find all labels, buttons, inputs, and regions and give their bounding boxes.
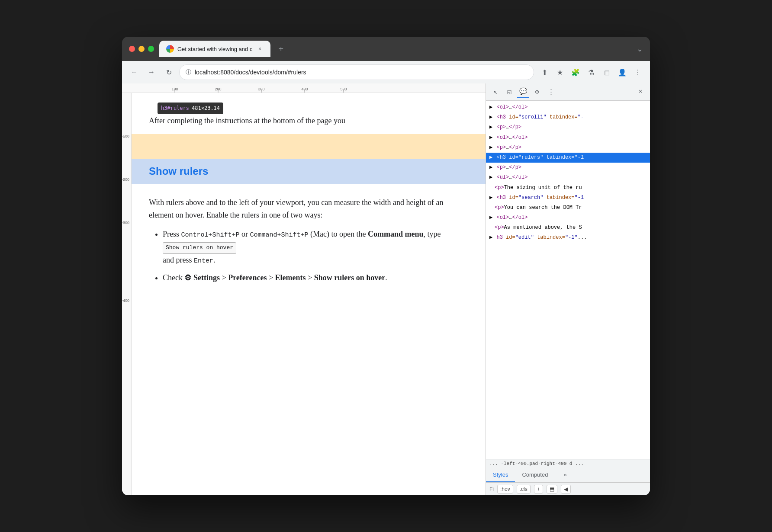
- dom-line-p-search[interactable]: <p>You can search the DOM Tr: [486, 203, 650, 213]
- devtools-settings-icon[interactable]: ⚙: [531, 86, 543, 98]
- devtools-panel: ↖ ◱ 💬 ⚙ ⋮ × ▶ <ol>…</ol> ▶ <h3 id="scrol…: [486, 83, 650, 495]
- tab-computed[interactable]: Computed: [515, 468, 555, 482]
- tab-styles[interactable]: Styles: [486, 468, 515, 482]
- bullet-list: Press Control+Shift+P or Command+Shift+P…: [149, 228, 468, 284]
- blue-highlight: Show rulers: [132, 159, 486, 184]
- dom-line-p-sizing[interactable]: <p>The sizing unit of the ru: [486, 183, 650, 193]
- labs-icon[interactable]: ⚗: [584, 65, 598, 79]
- dom-line-p-above[interactable]: <p>As mentioned above, the S: [486, 223, 650, 233]
- bullet1-enter: Enter: [194, 257, 213, 265]
- active-tab[interactable]: Get started with viewing and c ×: [159, 41, 270, 57]
- dom-line-ol2[interactable]: ▶ <ol>…</ol>: [486, 133, 650, 143]
- vertical-ruler: 100 200 300 400: [122, 93, 132, 495]
- filter-text: Fi: [489, 486, 494, 492]
- bullet1-kbd1: Control+Shift+P: [181, 231, 240, 239]
- dom-line-ul1[interactable]: ▶ <ul>…</ul>: [486, 173, 650, 183]
- browser-window: Get started with viewing and c × + ⌄ ← →…: [122, 37, 650, 495]
- extensions-icon[interactable]: 🧩: [569, 65, 582, 79]
- bullet2-post: >: [220, 273, 228, 282]
- devtools-comment-icon[interactable]: 💬: [517, 86, 529, 98]
- add-style-button[interactable]: +: [534, 485, 543, 494]
- devtools-footer: ... -left-400.pad-right-400 d ...: [486, 459, 650, 468]
- devtools-device-icon[interactable]: ◱: [503, 86, 515, 98]
- tooltip-selector: h3#rulers: [161, 104, 189, 112]
- horizontal-ruler: 100 200 300 400 500: [122, 83, 486, 93]
- back-button[interactable]: ←: [127, 65, 141, 79]
- url-bar[interactable]: ⓘ localhost:8080/docs/devtools/dom/#rule…: [179, 64, 534, 80]
- browser-toolbar-icons: ⬆ ★ 🧩 ⚗ ◻ 👤 ⋮: [537, 65, 645, 79]
- tooltip-size: 481×23.14: [192, 104, 220, 112]
- ruler-tick-mark-200: [218, 89, 219, 93]
- intro-text: After completing the instructions at the…: [149, 115, 468, 127]
- devtools-cursor-icon[interactable]: ↖: [489, 86, 502, 98]
- v-tick-mark-400: [122, 301, 125, 301]
- v-tick-mark-300: [122, 223, 125, 223]
- body-text: With rulers above and to the left of you…: [149, 196, 468, 221]
- show-rulers-kbd: Show rulers on hover: [163, 242, 236, 254]
- bullet2-settings: Settings: [193, 273, 220, 282]
- ruler-tick-mark-400: [305, 89, 305, 93]
- bookmark-icon[interactable]: ★: [553, 65, 567, 79]
- dom-line-ol1[interactable]: ▶ <ol>…</ol>: [486, 103, 650, 112]
- new-tab-button[interactable]: +: [274, 42, 288, 56]
- tab-bar: Get started with viewing and c × +: [159, 41, 631, 57]
- dom-line-h3edit[interactable]: ▶ h3 id="edit" tabindex="-1"...: [486, 233, 650, 243]
- maximize-button[interactable]: [148, 46, 154, 52]
- bullet1-mac: (Mac) to open the: [309, 230, 368, 238]
- dom-line-h3rulers[interactable]: ▶ <h3 id="rulers" tabindex="-1: [486, 153, 650, 163]
- content-area: 100 200 300 400 500 100: [122, 83, 650, 495]
- dom-line-p3[interactable]: ▶ <p>…</p>: [486, 163, 650, 173]
- settings-icon: ⚙: [184, 273, 191, 282]
- dom-tree: ▶ <ol>…</ol> ▶ <h3 id="scroll1" tabindex…: [486, 101, 650, 459]
- toggle-sidebar-button[interactable]: ◀: [561, 485, 571, 494]
- bullet2-pre: Check: [163, 273, 184, 282]
- dom-line-p1[interactable]: ▶ <p>…</p>: [486, 122, 650, 132]
- share-icon[interactable]: ⬆: [537, 65, 551, 79]
- security-icon: ⓘ: [186, 68, 191, 76]
- ruler-tick-mark-100: [175, 89, 175, 93]
- close-button[interactable]: [129, 46, 135, 52]
- element-tooltip: h3#rulers 481×23.14: [158, 103, 223, 114]
- hov-button[interactable]: :hov: [497, 485, 513, 494]
- bullet1-or: or: [240, 230, 250, 238]
- bullet2-post3: >: [306, 273, 314, 282]
- profile-icon[interactable]: 👤: [615, 65, 629, 79]
- page-main: h3#rulers 481×23.14 After completing the…: [132, 93, 486, 495]
- v-tick-mark-100: [122, 136, 125, 137]
- traffic-lights: [129, 46, 154, 52]
- copy-styles-button[interactable]: ⬒: [547, 485, 557, 494]
- bullet1-pre: Press: [163, 230, 181, 238]
- bullet2-elements: Elements: [275, 273, 306, 282]
- url-text: localhost:8080/docs/devtools/dom/#rulers: [195, 69, 528, 76]
- bullet1-kbd2: Command+Shift+P: [250, 231, 309, 239]
- forward-button[interactable]: →: [145, 65, 158, 79]
- tab-close-button[interactable]: ×: [256, 45, 264, 53]
- bullet2-prefs: Preferences: [228, 273, 267, 282]
- cls-button[interactable]: .cls: [517, 485, 531, 494]
- bullet2-show: Show rulers on hover: [314, 273, 386, 282]
- bullet1-end: .: [213, 256, 216, 264]
- media-router-icon[interactable]: ◻: [600, 65, 614, 79]
- chrome-icon: [166, 45, 174, 53]
- title-bar: Get started with viewing and c × + ⌄: [122, 37, 650, 61]
- dom-line-h3scroll1[interactable]: ▶ <h3 id="scroll1" tabindex="-: [486, 112, 650, 122]
- address-bar: ← → ↻ ⓘ localhost:8080/docs/devtools/dom…: [122, 61, 650, 83]
- ruler-tick-mark-500: [344, 89, 344, 93]
- window-controls[interactable]: ⌄: [637, 44, 643, 54]
- dom-line-ol3[interactable]: ▶ <ol>…</ol>: [486, 213, 650, 223]
- dom-line-p2[interactable]: ▶ <p>…</p>: [486, 143, 650, 153]
- bullet2-end: .: [385, 273, 387, 282]
- more-menu-icon[interactable]: ⋮: [631, 65, 645, 79]
- tab-more[interactable]: »: [556, 468, 573, 482]
- devtools-toolbar: ↖ ◱ 💬 ⚙ ⋮ ×: [486, 83, 650, 101]
- footer-text: ... -left-400.pad-right-400 d ...: [489, 461, 584, 466]
- orange-text: [149, 140, 468, 153]
- refresh-button[interactable]: ↻: [162, 65, 176, 79]
- bullet-1: Press Control+Shift+P or Command+Shift+P…: [163, 228, 468, 266]
- v-tick-mark-200: [122, 179, 125, 180]
- tab-label: Get started with viewing and c: [177, 46, 252, 52]
- devtools-more-icon[interactable]: ⋮: [545, 86, 557, 98]
- devtools-close-icon[interactable]: ×: [634, 86, 647, 98]
- minimize-button[interactable]: [138, 46, 145, 52]
- dom-line-h3search[interactable]: ▶ <h3 id="search" tabindex="-1: [486, 193, 650, 203]
